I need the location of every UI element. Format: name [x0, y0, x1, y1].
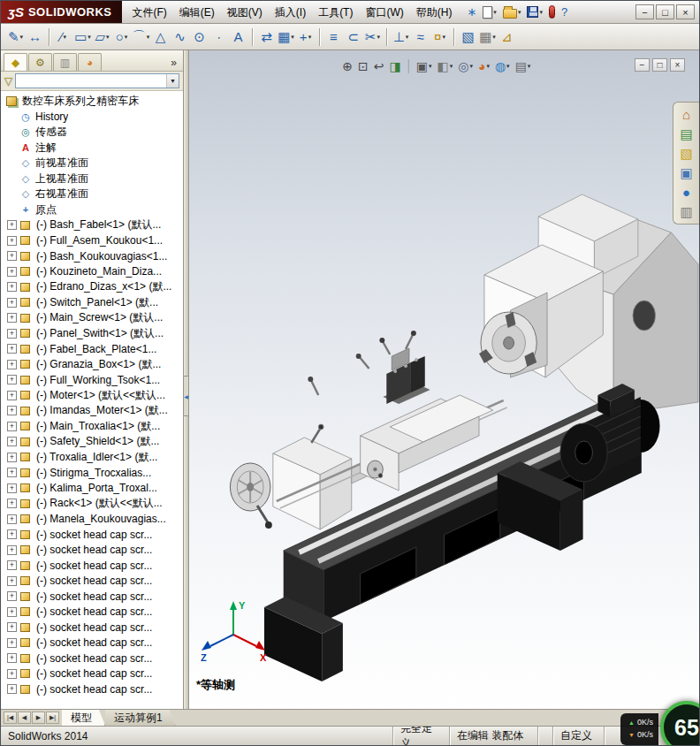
tree-item-29[interactable]: +(-) socket head cap scr...	[3, 558, 183, 574]
spline-icon[interactable]: ∿	[171, 27, 189, 48]
trim-entities-icon[interactable]: ✂▾	[363, 27, 382, 48]
centerpoint-arc-icon[interactable]: ⌒▾	[132, 27, 150, 48]
record-pill-icon[interactable]	[547, 4, 557, 19]
file-explorer-icon[interactable]: ▧	[680, 147, 692, 160]
point-icon[interactable]: ∙	[209, 27, 228, 48]
expander-icon[interactable]: +	[7, 360, 17, 369]
panel-more-chevron[interactable]: »	[167, 57, 180, 71]
tree-item-21[interactable]: +(-) Safety_Shield<1> (默...	[3, 434, 183, 450]
tab-configurationmanager[interactable]: ▥	[53, 53, 77, 71]
display-delete-relations-icon[interactable]: ⊥▾	[392, 27, 410, 48]
tree-item-31[interactable]: +(-) socket head cap scr...	[3, 589, 183, 605]
move-entities-icon[interactable]: +▾	[296, 27, 315, 48]
solidworks-resources-icon[interactable]: ⌂	[682, 108, 690, 121]
expander-icon[interactable]: +	[7, 251, 17, 261]
doc-minimize-button[interactable]: −	[635, 58, 650, 72]
expander-icon[interactable]: +	[7, 422, 17, 431]
expander-icon[interactable]: +	[7, 684, 17, 694]
instant-2d-icon[interactable]: ⊿	[498, 27, 516, 48]
tree-item-16[interactable]: +(-) Granazia_Box<1> (默...	[3, 357, 183, 373]
scroll-prev-button[interactable]: ◀	[18, 712, 31, 724]
tree-item-4[interactable]: ◇上视基准面	[3, 171, 183, 187]
tree-item-26[interactable]: +(-) Manela_Koukouvagias...	[3, 512, 183, 528]
tree-item-23[interactable]: +(-) Stirigma_Trocxalias...	[3, 465, 183, 481]
expander-icon[interactable]: +	[7, 560, 17, 570]
tree-item-34[interactable]: +(-) socket head cap scr...	[3, 636, 183, 651]
tree-item-18[interactable]: +(-) Moter<1> (默认<<默认...	[3, 388, 183, 404]
tree-item-2[interactable]: A注解	[3, 141, 183, 156]
tab-model[interactable]: 模型	[62, 710, 105, 726]
expander-icon[interactable]: +	[7, 576, 17, 586]
expander-icon[interactable]: +	[7, 236, 17, 246]
panel-collapse-button[interactable]: ◀	[183, 376, 189, 416]
tree-item-14[interactable]: +(-) Panel_Swith<1> (默认...	[3, 326, 183, 342]
filter-dropdown-icon[interactable]: ▼	[166, 74, 179, 88]
corner-rectangle-icon[interactable]: ▭▾	[73, 27, 92, 48]
view-palette-icon[interactable]: ▣	[680, 166, 692, 179]
menu-window[interactable]: 窗口(W)	[359, 2, 409, 23]
custom-properties-icon[interactable]: ▥	[680, 205, 692, 218]
expander-icon[interactable]: +	[7, 669, 17, 679]
polygon-icon[interactable]: △	[151, 27, 170, 48]
tree-item-33[interactable]: +(-) socket head cap scr...	[3, 620, 183, 636]
ellipse-icon[interactable]: ⊙	[190, 27, 209, 48]
sketch-icon[interactable]: ✎▾	[6, 27, 25, 48]
expander-icon[interactable]: +	[7, 391, 17, 400]
tree-item-7[interactable]: +(-) Bash_Fabel<1> (默认...	[3, 217, 183, 233]
previous-view-icon[interactable]: ↩	[372, 58, 386, 74]
expander-icon[interactable]: +	[7, 653, 17, 663]
menu-edit[interactable]: 编辑(E)	[173, 2, 221, 23]
zoom-to-fit-icon[interactable]: ⊕	[340, 58, 354, 74]
appearances-scenes-icon[interactable]: ●	[682, 186, 690, 199]
menu-tools[interactable]: 工具(T)	[312, 2, 359, 23]
net-speed-overlay[interactable]: ▲ 0K/s ▼ 0K/s 65	[620, 701, 699, 745]
tree-item-35[interactable]: +(-) socket head cap scr...	[3, 651, 183, 666]
expander-icon[interactable]: +	[7, 453, 17, 462]
tree-item-17[interactable]: +(-) Full_Working_Tsok<1...	[3, 372, 183, 388]
tab-motion-study-1[interactable]: 运动算例1	[105, 710, 176, 726]
graphics-viewport[interactable]: ⊕⊡↩◨▣▾◧▾◎▾◕▾◍▾▤▾ −□× ⌂▤▧▣●▥ Y X Z *等轴测	[189, 50, 699, 709]
tree-item-20[interactable]: +(-) Main_Troxalia<1> (默...	[3, 419, 183, 435]
tree-item-5[interactable]: ◇右视基准面	[3, 186, 183, 202]
open-document-icon[interactable]: ▾	[501, 5, 523, 19]
tree-item-36[interactable]: +(-) socket head cap scr...	[3, 666, 183, 682]
expander-icon[interactable]: +	[7, 329, 17, 339]
tree-item-1[interactable]: ◎传感器	[3, 125, 183, 141]
tree-item-24[interactable]: +(-) Kalima_Porta_Troxal...	[3, 481, 183, 497]
scroll-last-button[interactable]: ▶|	[46, 712, 59, 724]
minimize-button[interactable]: −	[635, 4, 654, 19]
tree-item-15[interactable]: +(-) Fabel_Back_Plate<1...	[3, 341, 183, 357]
expander-icon[interactable]: +	[7, 607, 17, 617]
tree-item-25[interactable]: +(-) Rack<1> (默认<<默认...	[3, 496, 183, 512]
filter-funnel-icon[interactable]: ▽	[4, 75, 12, 88]
tree-root[interactable]: 数控车床系列之精密车床	[3, 94, 183, 110]
tree-item-22[interactable]: +(-) Troxalia_Idler<1> (默...	[3, 450, 183, 466]
tree-item-27[interactable]: +(-) socket head cap scr...	[3, 527, 183, 543]
tab-propertymanager[interactable]: ⚙	[28, 53, 52, 71]
tree-item-10[interactable]: +(-) Kouzineto_Main_Diza...	[3, 264, 183, 280]
expander-icon[interactable]: +	[7, 545, 17, 555]
menu-insert[interactable]: 插入(I)	[269, 2, 312, 23]
offset-entities-icon[interactable]: ≡	[324, 27, 343, 48]
section-view-icon[interactable]: ◨	[387, 58, 402, 74]
zoom-to-area-icon[interactable]: ⊡	[356, 58, 370, 74]
apply-scene-icon[interactable]: ◍▾	[493, 58, 512, 74]
doc-restore-button[interactable]: □	[652, 58, 667, 72]
tree-item-30[interactable]: +(-) socket head cap scr...	[3, 574, 183, 590]
tab-displaymanager[interactable]: ◕	[78, 53, 102, 71]
display-style-icon[interactable]: ◧▾	[435, 58, 454, 74]
speed-box[interactable]: ▲ 0K/s ▼ 0K/s	[620, 713, 658, 745]
tree-filter-input[interactable]: ▼	[15, 73, 179, 88]
expander-icon[interactable]: +	[7, 514, 17, 524]
close-button[interactable]: ×	[676, 4, 695, 19]
tree-item-13[interactable]: +(-) Main_Screw<1> (默认...	[3, 310, 183, 326]
tree-item-32[interactable]: +(-) socket head cap scr...	[3, 605, 183, 620]
save-icon[interactable]: ▾	[525, 5, 544, 19]
line-icon[interactable]: ∕▾	[54, 27, 72, 48]
tree-item-11[interactable]: +(-) Edrano_Dizas_x<1> (默...	[3, 279, 183, 295]
hide-show-items-icon[interactable]: ◎▾	[456, 58, 475, 74]
new-document-icon[interactable]: ▾	[481, 5, 498, 19]
linear-sketch-pattern-icon[interactable]: ▦▾	[277, 27, 295, 48]
score-ball[interactable]: 65	[660, 701, 700, 746]
expander-icon[interactable]: +	[7, 483, 17, 493]
